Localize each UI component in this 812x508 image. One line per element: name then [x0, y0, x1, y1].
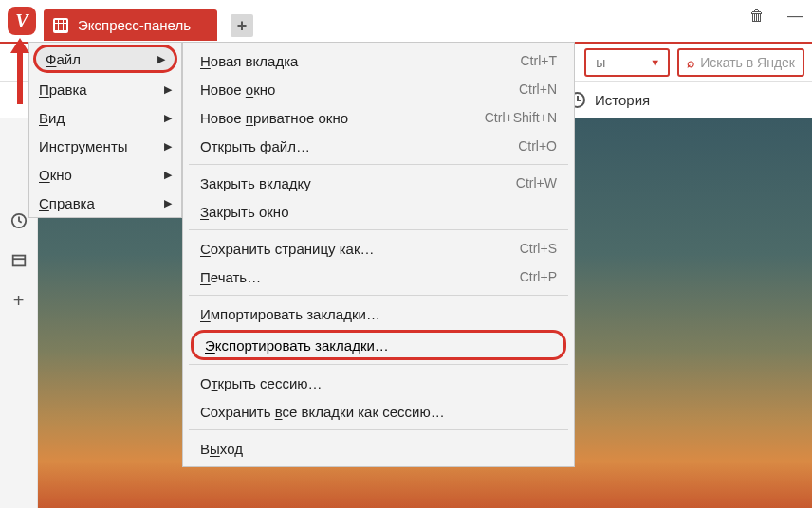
search-input[interactable]: ⌕ Искать в Яндек [677, 48, 804, 77]
chevron-right-icon: ▶ [164, 197, 172, 209]
menu-file[interactable]: Файл ▶ [33, 45, 177, 73]
menu-print[interactable]: Печать… Ctrl+P [183, 263, 574, 291]
menu-help[interactable]: Справка ▶ [29, 189, 181, 217]
clock-panel-icon[interactable] [10, 212, 28, 229]
menu-open-file[interactable]: Открыть файл… Ctrl+O [183, 132, 574, 160]
annotation-arrow [12, 38, 28, 106]
menu-close-tab[interactable]: Закрыть вкладку Ctrl+W [183, 169, 574, 197]
shortcut: Ctrl+P [520, 269, 557, 284]
menu-import-bookmarks[interactable]: Импортировать закладки… [183, 299, 574, 328]
minimize-button[interactable]: — [787, 8, 803, 25]
menu-close-window[interactable]: Закрыть окно [183, 197, 574, 226]
vivaldi-logo-icon[interactable]: V [8, 7, 36, 35]
search-icon: ⌕ [687, 55, 694, 70]
shortcut: Ctrl+S [520, 241, 557, 256]
shortcut: Ctrl+Shift+N [485, 110, 557, 125]
menu-save-session[interactable]: Сохранить все вкладки как сессию… [183, 397, 574, 426]
menu-export-bookmarks[interactable]: Экспортировать закладки… [191, 330, 566, 360]
window-panel-icon[interactable] [10, 252, 28, 269]
active-tab[interactable]: Экспресс-панель [44, 9, 217, 41]
svg-rect-1 [12, 256, 25, 266]
tab-label: Экспресс-панель [78, 17, 191, 33]
shortcut: Ctrl+T [521, 53, 558, 68]
window-controls: 🗑 — [749, 8, 803, 25]
menu-separator [189, 364, 568, 365]
menu-tools[interactable]: Инструменты ▶ [29, 132, 181, 160]
menu-separator [189, 429, 568, 430]
history-link[interactable]: История [595, 92, 650, 108]
add-panel-icon[interactable]: + [10, 292, 28, 309]
shortcut: Ctrl+W [516, 175, 557, 190]
main-menu: Файл ▶ Правка ▶ Вид ▶ Инструменты ▶ Окно… [28, 42, 182, 218]
menu-exit[interactable]: Выход [183, 434, 574, 463]
bookmarks-dropdown[interactable]: ы ▼ [584, 48, 670, 77]
chevron-right-icon: ▶ [164, 169, 172, 181]
menu-new-tab[interactable]: Новая вкладка Ctrl+T [183, 46, 574, 75]
menu-new-private-window[interactable]: Новое приватное окно Ctrl+Shift+N [183, 103, 574, 132]
titlebar: V Экспресс-панель + 🗑 — [0, 0, 812, 42]
menu-separator [189, 229, 568, 230]
shortcut: Ctrl+N [519, 82, 557, 97]
chevron-right-icon: ▶ [157, 53, 165, 65]
chevron-right-icon: ▶ [164, 112, 172, 124]
chevron-right-icon: ▶ [164, 83, 172, 96]
shortcut: Ctrl+O [518, 138, 557, 154]
menu-window[interactable]: Окно ▶ [29, 160, 181, 189]
menu-new-window[interactable]: Новое окно Ctrl+N [183, 75, 574, 103]
new-tab-button[interactable]: + [231, 14, 253, 37]
file-submenu: Новая вкладка Ctrl+T Новое окно Ctrl+N Н… [182, 42, 575, 467]
chevron-right-icon: ▶ [164, 140, 172, 153]
menu-view[interactable]: Вид ▶ [29, 103, 181, 132]
dropdown-text: ы [596, 55, 605, 70]
menu-separator [189, 164, 568, 165]
menu-save-page-as[interactable]: Сохранить страницу как… Ctrl+S [183, 234, 574, 263]
menu-open-session[interactable]: Открыть сессию… [183, 369, 574, 397]
trash-icon[interactable]: 🗑 [749, 8, 765, 25]
search-placeholder: Искать в Яндек [700, 55, 795, 70]
menu-edit[interactable]: Правка ▶ [29, 75, 181, 103]
chevron-down-icon: ▼ [650, 57, 660, 68]
menu-separator [189, 295, 568, 296]
speed-dial-icon [53, 18, 68, 33]
